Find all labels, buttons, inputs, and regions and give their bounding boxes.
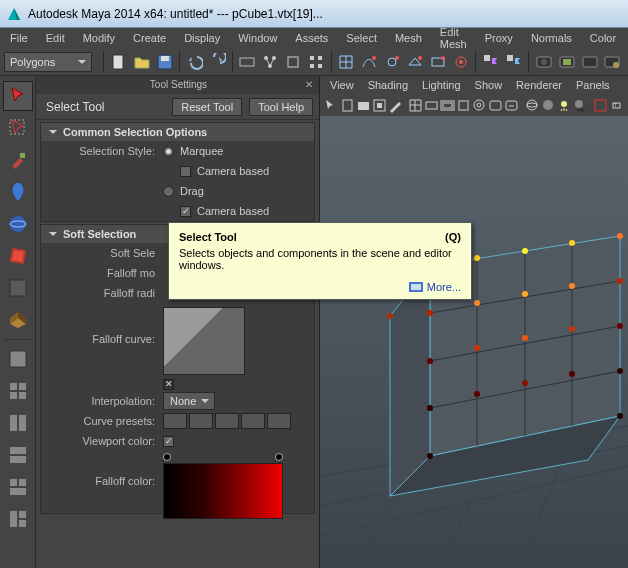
preset-5[interactable]	[267, 413, 291, 429]
vp-menu-view[interactable]: View	[324, 78, 360, 92]
select-hierarchy-icon[interactable]	[260, 51, 281, 73]
camera-based-checkbox-1[interactable]	[180, 166, 191, 177]
menu-window[interactable]: Window	[230, 30, 285, 46]
vp-menu-panels[interactable]: Panels	[570, 78, 616, 92]
common-selection-header[interactable]: Common Selection Options	[41, 123, 314, 141]
render-view-icon[interactable]	[579, 51, 600, 73]
viewport-color-checkbox[interactable]: ✓	[163, 436, 174, 447]
vp-menu-lighting[interactable]: Lighting	[416, 78, 467, 92]
two-pane-h-button[interactable]	[3, 408, 33, 438]
vp-wireframe-icon[interactable]	[525, 96, 540, 114]
camera-based-checkbox-2[interactable]: ✓	[180, 206, 191, 217]
falloff-curve-editor[interactable]	[163, 307, 245, 375]
vp-xray-icon[interactable]: T	[609, 96, 624, 114]
preset-2[interactable]	[189, 413, 213, 429]
make-live-icon[interactable]	[450, 51, 471, 73]
perspective-viewport[interactable]: View Shading Lighting Show Renderer Pane…	[320, 76, 628, 568]
vp-menu-show[interactable]: Show	[469, 78, 509, 92]
open-scene-icon[interactable]	[131, 51, 152, 73]
rotate-tool-button[interactable]	[3, 209, 33, 239]
vp-isolate-icon[interactable]	[593, 96, 608, 114]
falloff-color-gradient[interactable]	[163, 463, 283, 519]
menu-mesh[interactable]: Mesh	[387, 30, 430, 46]
select-by-name-icon[interactable]	[237, 51, 258, 73]
camera-based-label-1: Camera based	[197, 165, 269, 177]
vp-grid-icon[interactable]	[408, 96, 423, 114]
menu-create[interactable]: Create	[125, 30, 174, 46]
svg-point-106	[474, 391, 480, 397]
undo-icon[interactable]	[184, 51, 205, 73]
vp-field-chart-icon[interactable]	[472, 96, 487, 114]
vp-bookmark-icon[interactable]	[340, 96, 355, 114]
panel-close-button[interactable]: ✕	[305, 76, 313, 94]
vp-safe-action-icon[interactable]	[488, 96, 503, 114]
render-settings-icon[interactable]	[602, 51, 623, 73]
marquee-radio[interactable]	[163, 146, 174, 157]
mode-selector[interactable]: Polygons	[4, 52, 92, 72]
select-component-icon[interactable]	[306, 51, 327, 73]
three-pane-l-button[interactable]	[3, 504, 33, 534]
vp-2d-pan-icon[interactable]	[372, 96, 387, 114]
vp-gate-mask-icon[interactable]	[456, 96, 471, 114]
vp-res-gate-icon[interactable]	[440, 96, 455, 114]
save-scene-icon[interactable]	[154, 51, 175, 73]
paint-select-tool-button[interactable]	[3, 145, 33, 175]
history-toggle-icon[interactable]	[503, 51, 524, 73]
vp-film-gate-icon[interactable]	[424, 96, 439, 114]
select-object-icon[interactable]	[283, 51, 304, 73]
snap-live-icon[interactable]	[427, 51, 448, 73]
vp-camera-select-icon[interactable]	[324, 96, 339, 114]
snap-curve-icon[interactable]	[359, 51, 380, 73]
select-tool-button[interactable]	[3, 81, 33, 111]
vp-menu-shading[interactable]: Shading	[362, 78, 414, 92]
four-pane-button[interactable]	[3, 376, 33, 406]
menu-proxy[interactable]: Proxy	[477, 30, 521, 46]
vp-safe-title-icon[interactable]	[504, 96, 519, 114]
menu-edit[interactable]: Edit	[38, 30, 73, 46]
lasso-tool-button[interactable]	[3, 113, 33, 143]
vp-shadows-icon[interactable]	[573, 96, 588, 114]
last-tool-button[interactable]	[3, 273, 33, 303]
three-pane-t-button[interactable]	[3, 472, 33, 502]
scene-3d[interactable]	[320, 116, 628, 566]
menu-file[interactable]: File	[2, 30, 36, 46]
move-tool-button[interactable]	[3, 177, 33, 207]
menu-modify[interactable]: Modify	[75, 30, 123, 46]
show-manip-button[interactable]	[3, 305, 33, 335]
preset-1[interactable]	[163, 413, 187, 429]
tooltip-more-link[interactable]: More...	[179, 281, 461, 293]
svg-point-95	[569, 283, 575, 289]
preset-4[interactable]	[241, 413, 265, 429]
two-pane-v-button[interactable]	[3, 440, 33, 470]
menu-select[interactable]: Select	[338, 30, 385, 46]
tool-help-button[interactable]: Tool Help	[249, 98, 313, 116]
curve-lock-checkbox[interactable]: ✕	[163, 379, 174, 390]
vp-grease-icon[interactable]	[388, 96, 403, 114]
single-pane-button[interactable]	[3, 344, 33, 374]
vp-shaded-icon[interactable]	[541, 96, 556, 114]
render-frame-icon[interactable]	[533, 51, 554, 73]
snap-point-icon[interactable]	[382, 51, 403, 73]
vp-image-plane-icon[interactable]	[356, 96, 371, 114]
svg-rect-53	[343, 100, 352, 111]
new-scene-icon[interactable]	[108, 51, 129, 73]
interpolation-dropdown[interactable]: None	[163, 392, 215, 410]
menu-editmesh[interactable]: Edit Mesh	[432, 24, 475, 52]
redo-icon[interactable]	[207, 51, 228, 73]
vp-menu-renderer[interactable]: Renderer	[510, 78, 568, 92]
drag-radio[interactable]	[163, 186, 174, 197]
snap-plane-icon[interactable]	[404, 51, 425, 73]
menu-color[interactable]: Color	[582, 30, 624, 46]
ipr-render-icon[interactable]	[556, 51, 577, 73]
scale-tool-button[interactable]	[3, 241, 33, 271]
gradient-handle-right[interactable]	[275, 453, 283, 461]
snap-grid-icon[interactable]	[336, 51, 357, 73]
reset-tool-button[interactable]: Reset Tool	[172, 98, 242, 116]
preset-3[interactable]	[215, 413, 239, 429]
menu-display[interactable]: Display	[176, 30, 228, 46]
history-icon[interactable]	[480, 51, 501, 73]
menu-assets[interactable]: Assets	[287, 30, 336, 46]
gradient-handle-left[interactable]	[163, 453, 171, 461]
menu-normals[interactable]: Normals	[523, 30, 580, 46]
vp-lights-icon[interactable]	[557, 96, 572, 114]
